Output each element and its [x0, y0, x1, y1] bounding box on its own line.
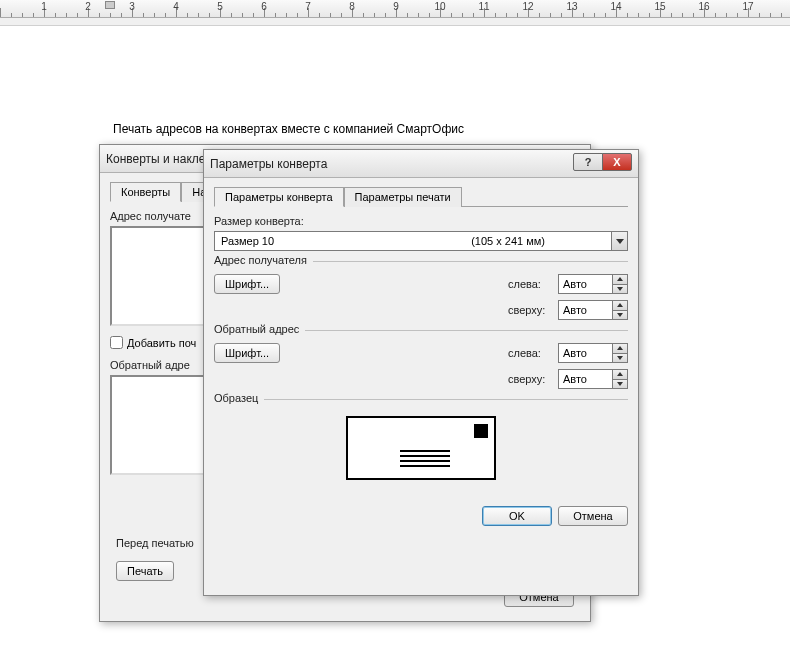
recipient-address-group: Адрес получателя Шрифт... слева: Авто	[214, 261, 628, 320]
sample-group: Образец	[214, 399, 628, 480]
dialog-title: Параметры конверта	[210, 157, 327, 171]
recipient-font-button[interactable]: Шрифт...	[214, 274, 280, 294]
pre-print-label: Перед печатью	[116, 537, 194, 549]
tab-print-options[interactable]: Параметры печати	[344, 187, 462, 207]
spin-up-icon[interactable]	[613, 344, 627, 353]
tab-envelopes[interactable]: Конверты	[110, 182, 181, 202]
tabstrip: Параметры конверта Параметры печати	[214, 186, 628, 207]
combo-size-name: Размер 10	[221, 235, 274, 247]
combo-size-dim: (105 x 241 мм)	[471, 235, 545, 247]
close-button[interactable]: X	[602, 153, 632, 171]
spin-down-icon[interactable]	[613, 353, 627, 363]
help-button[interactable]: ?	[573, 153, 603, 171]
return-top-spinner[interactable]: Авто	[558, 369, 628, 389]
group-legend: Обратный адрес	[214, 323, 305, 335]
return-left-spinner[interactable]: Авто	[558, 343, 628, 363]
envelope-size-label: Размер конверта:	[214, 215, 628, 227]
print-button[interactable]: Печать	[116, 561, 174, 581]
spin-up-icon[interactable]	[613, 301, 627, 310]
spin-up-icon[interactable]	[613, 275, 627, 284]
spin-down-icon[interactable]	[613, 379, 627, 389]
dialog-titlebar[interactable]: Параметры конверта ? X	[204, 150, 638, 178]
document-heading: Печать адресов на конвертах вместе с ком…	[113, 122, 464, 136]
spinner-value: Авто	[559, 275, 612, 293]
spinner-value: Авто	[559, 301, 612, 319]
envelope-options-dialog: Параметры конверта ? X Параметры конверт…	[203, 149, 639, 596]
group-legend: Образец	[214, 392, 264, 404]
group-legend: Адрес получателя	[214, 254, 313, 266]
recipient-left-spinner[interactable]: Авто	[558, 274, 628, 294]
add-postage-check-input[interactable]	[110, 336, 123, 349]
top-label: сверху:	[508, 304, 558, 316]
return-font-button[interactable]: Шрифт...	[214, 343, 280, 363]
spin-up-icon[interactable]	[613, 370, 627, 379]
spinner-value: Авто	[559, 370, 612, 388]
left-label: слева:	[508, 347, 558, 359]
left-label: слева:	[508, 278, 558, 290]
tab-envelope-options[interactable]: Параметры конверта	[214, 187, 344, 207]
add-postage-checkbox[interactable]: Добавить поч	[110, 336, 196, 349]
envelope-size-combo[interactable]: Размер 10 (105 x 241 мм)	[214, 231, 628, 251]
envelope-preview-icon	[346, 416, 496, 480]
horizontal-ruler: 1234567891011121314151617	[0, 0, 790, 18]
chevron-down-icon[interactable]	[611, 232, 627, 250]
ok-button[interactable]: OK	[482, 506, 552, 526]
dialog-title: Конверты и накле	[106, 152, 205, 166]
return-address-textarea[interactable]	[110, 375, 205, 475]
top-label: сверху:	[508, 373, 558, 385]
cancel-button[interactable]: Отмена	[558, 506, 628, 526]
spin-down-icon[interactable]	[613, 310, 627, 320]
page-margin-strip	[0, 18, 790, 26]
dialog-button-row: OK Отмена	[204, 500, 638, 532]
recipient-address-textarea[interactable]	[110, 226, 205, 326]
spin-down-icon[interactable]	[613, 284, 627, 294]
recipient-top-spinner[interactable]: Авто	[558, 300, 628, 320]
add-postage-label: Добавить поч	[127, 337, 196, 349]
spinner-value: Авто	[559, 344, 612, 362]
return-address-group: Обратный адрес Шрифт... слева: Авто	[214, 330, 628, 389]
